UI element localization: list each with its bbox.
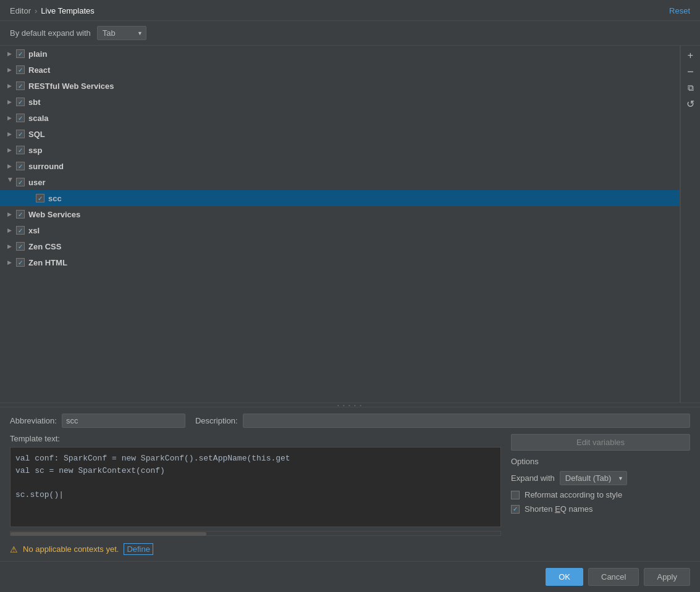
tree-item-plain[interactable]: ▶ plain <box>0 46 680 62</box>
breadcrumb: Editor › Live Templates <box>10 6 95 15</box>
abbreviation-input[interactable] <box>62 414 185 428</box>
expand-icon-sql: ▶ <box>5 130 14 138</box>
reformat-checkbox[interactable] <box>511 491 520 499</box>
label-scala: scala <box>28 114 49 123</box>
expand-dropdown[interactable]: Tab Enter Space <box>97 26 146 40</box>
label-xsl: xsl <box>28 226 40 235</box>
expand-icon-surround: ▶ <box>5 162 14 170</box>
label-zencss: Zen CSS <box>28 242 61 251</box>
copy-button[interactable]: ⧉ <box>683 80 698 95</box>
reformat-label-text: Reformat according to style <box>525 490 622 499</box>
edit-variables-button[interactable]: Edit variables <box>511 434 690 451</box>
expand-with-dropdown[interactable]: Default (Tab) Enter Space Tab <box>560 471 627 485</box>
expand-icon-webservices: ▶ <box>5 210 14 219</box>
options-section: Options Expand with Default (Tab) Enter … <box>511 457 690 514</box>
checkbox-ssp[interactable] <box>16 146 25 154</box>
breadcrumb-separator: › <box>35 6 37 15</box>
tree-item-sbt[interactable]: ▶ sbt <box>0 94 680 110</box>
abbrev-row: Abbreviation: Description: <box>10 414 690 428</box>
label-ssp: ssp <box>28 146 42 155</box>
remove-button[interactable]: − <box>683 64 698 79</box>
checkbox-scala[interactable] <box>16 114 25 122</box>
divider-handle[interactable]: • • • • • <box>0 402 700 407</box>
code-scrollbar-thumb <box>11 532 206 536</box>
label-surround: surround <box>28 162 64 171</box>
warning-text: No applicable contexts yet. <box>23 544 119 554</box>
checkbox-restful[interactable] <box>16 81 25 90</box>
label-scc: scc <box>48 194 62 203</box>
checkbox-sbt[interactable] <box>16 98 25 106</box>
define-link[interactable]: Define <box>124 543 153 555</box>
breadcrumb-current: Live Templates <box>41 6 94 15</box>
code-scrollbar[interactable] <box>10 531 501 536</box>
bottom-panel: Abbreviation: Description: Template text… <box>0 407 700 561</box>
tree-item-surround[interactable]: ▶ surround <box>0 158 680 174</box>
options-title: Options <box>511 457 690 466</box>
expand-with-row: Expand with Default (Tab) Enter Space Ta… <box>511 471 690 485</box>
checkbox-webservices[interactable] <box>16 210 25 219</box>
tree-item-zencss[interactable]: ▶ Zen CSS <box>0 238 680 254</box>
label-plain: plain <box>28 49 47 59</box>
label-webservices: Web Services <box>28 210 80 219</box>
template-right: Edit variables Options Expand with Defau… <box>511 434 690 555</box>
warning-icon: ⚠ <box>10 544 18 554</box>
expand-icon-ssp: ▶ <box>5 146 14 154</box>
ok-button[interactable]: OK <box>546 568 583 586</box>
apply-button[interactable]: Apply <box>644 568 690 586</box>
header: Editor › Live Templates Reset <box>0 0 700 21</box>
tree-item-webservices[interactable]: ▶ Web Services <box>0 206 680 222</box>
reformat-row[interactable]: Reformat according to style <box>511 490 690 499</box>
toolbar-row: By default expand with Tab Enter Space <box>0 21 700 46</box>
tree-item-xsl[interactable]: ▶ xsl <box>0 222 680 238</box>
abbreviation-group: Abbreviation: <box>10 414 185 428</box>
reformat-label: Reformat according to style <box>525 490 622 499</box>
label-restful: RESTful Web Services <box>28 81 114 91</box>
expand-icon-user: ▶ <box>5 178 14 186</box>
shorten-row[interactable]: Shorten EQ names <box>511 504 690 514</box>
label-sbt: sbt <box>28 98 41 107</box>
tree-item-user[interactable]: ▶ user <box>0 174 680 190</box>
checkbox-xsl[interactable] <box>16 226 25 235</box>
expand-icon-zenhtml: ▶ <box>5 258 14 267</box>
checkbox-user[interactable] <box>16 178 25 186</box>
expand-icon-zencss: ▶ <box>5 242 14 251</box>
checkbox-sql[interactable] <box>16 130 25 138</box>
expand-with-dropdown-wrapper[interactable]: Default (Tab) Enter Space Tab <box>560 471 627 485</box>
checkbox-zencss[interactable] <box>16 242 25 251</box>
tree-item-scala[interactable]: ▶ scala <box>0 110 680 126</box>
description-group: Description: <box>195 414 690 428</box>
checkbox-zenhtml[interactable] <box>16 258 25 267</box>
checkbox-plain[interactable] <box>16 49 25 58</box>
expand-dropdown-wrapper[interactable]: Tab Enter Space <box>97 26 146 40</box>
cancel-button[interactable]: Cancel <box>588 568 639 586</box>
description-input[interactable] <box>243 414 690 428</box>
expand-icon-react: ▶ <box>5 65 14 74</box>
tree-item-ssp[interactable]: ▶ ssp <box>0 142 680 158</box>
template-row: Template text: val conf: SparkConf = new… <box>10 434 690 555</box>
tree-item-zenhtml[interactable]: ▶ Zen HTML <box>0 254 680 270</box>
expand-icon-xsl: ▶ <box>5 226 14 235</box>
expand-label: By default expand with <box>10 28 91 38</box>
footer: OK Cancel Apply <box>0 561 700 592</box>
tree-item-scc[interactable]: scc <box>0 190 680 206</box>
add-button[interactable]: + <box>683 48 698 63</box>
abbreviation-label: Abbreviation: <box>10 416 57 425</box>
tree-item-sql[interactable]: ▶ SQL <box>0 126 680 142</box>
right-toolbar: + − ⧉ ↺ <box>680 46 700 402</box>
reset-link[interactable]: Reset <box>669 6 690 15</box>
main-content: ▶ plain ▶ React ▶ RESTful Web Services ▶… <box>0 46 700 402</box>
checkbox-scc[interactable] <box>36 194 44 202</box>
tree-item-restful[interactable]: ▶ RESTful Web Services <box>0 78 680 94</box>
checkbox-surround[interactable] <box>16 162 25 170</box>
dialog: Editor › Live Templates Reset By default… <box>0 0 700 592</box>
template-textarea[interactable]: val conf: SparkConf = new SparkConf().se… <box>10 447 501 527</box>
checkbox-react[interactable] <box>16 65 25 74</box>
tree-item-react[interactable]: ▶ React <box>0 62 680 78</box>
tree-panel[interactable]: ▶ plain ▶ React ▶ RESTful Web Services ▶… <box>0 46 680 402</box>
shorten-checkbox[interactable] <box>511 505 520 514</box>
expand-icon-plain: ▶ <box>5 49 14 58</box>
reset-button[interactable]: ↺ <box>683 96 698 111</box>
template-label: Template text: <box>10 434 501 443</box>
description-label: Description: <box>195 416 238 425</box>
expand-icon-scala: ▶ <box>5 114 14 122</box>
